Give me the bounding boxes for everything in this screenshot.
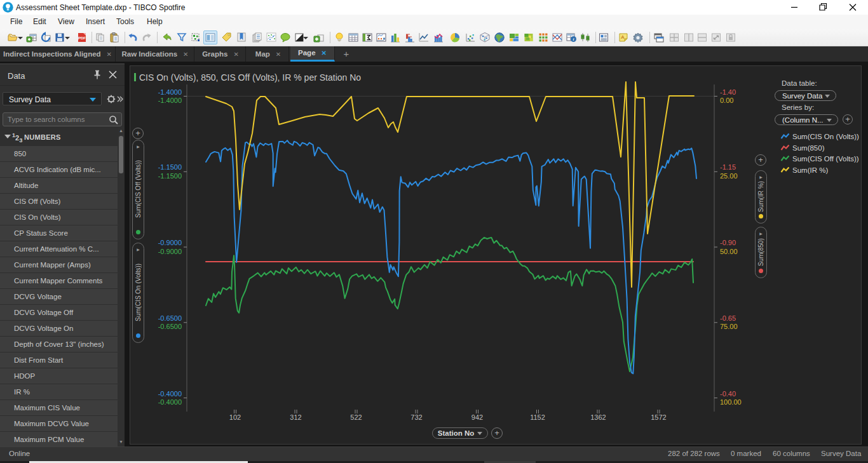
svg-text:-1.40: -1.40 [720, 88, 736, 96]
svg-text:i: i [573, 37, 574, 42]
svg-text:-0.90: -0.90 [720, 239, 736, 246]
svg-text:75.00: 75.00 [720, 323, 738, 330]
svg-text:1152: 1152 [530, 413, 545, 421]
svg-text:25.00: 25.00 [720, 172, 738, 180]
svg-text:732: 732 [410, 413, 422, 421]
svg-text:-1.4000: -1.4000 [158, 88, 182, 96]
svg-text:-1.4000: -1.4000 [158, 97, 182, 104]
svg-text:-0.4000: -0.4000 [158, 398, 182, 406]
svg-text:-0.65: -0.65 [720, 314, 736, 322]
svg-text:312: 312 [290, 413, 301, 421]
svg-text:0.00: 0.00 [720, 97, 733, 104]
svg-text:1572: 1572 [651, 413, 666, 421]
svg-text:-0.9000: -0.9000 [158, 239, 182, 246]
svg-text:50.00: 50.00 [720, 248, 738, 255]
svg-text:-1.1500: -1.1500 [158, 172, 182, 180]
svg-text:102: 102 [229, 413, 241, 421]
svg-text:-0.6500: -0.6500 [158, 323, 182, 330]
svg-text:100.00: 100.00 [720, 398, 742, 406]
svg-text:-1.1500: -1.1500 [158, 163, 182, 171]
svg-text:-0.9000: -0.9000 [158, 248, 182, 255]
svg-text:942: 942 [471, 413, 483, 421]
svg-text:-0.40: -0.40 [720, 390, 736, 398]
svg-text:A: A [621, 34, 625, 40]
svg-text:-0.6500: -0.6500 [158, 314, 182, 322]
svg-text:522: 522 [350, 413, 362, 421]
svg-text:-0.4000: -0.4000 [158, 390, 182, 398]
svg-text:-1.15: -1.15 [720, 163, 736, 171]
svg-text:PDF: PDF [78, 36, 86, 40]
svg-text:1362: 1362 [590, 413, 606, 421]
